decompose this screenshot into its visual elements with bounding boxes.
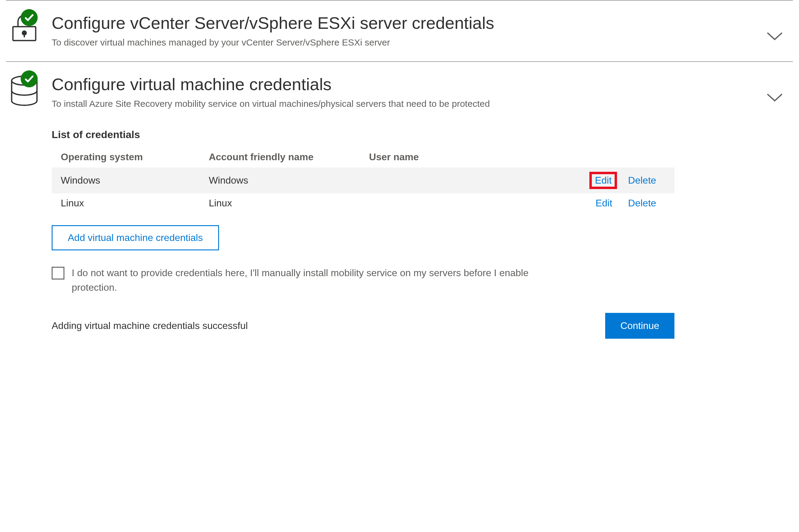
database-icon bbox=[6, 74, 42, 108]
cell-account: Linux bbox=[200, 193, 360, 213]
table-row: Linux Linux Edit Delete bbox=[52, 193, 674, 213]
col-os: Operating system bbox=[52, 147, 200, 168]
section-title: Configure vCenter Server/vSphere ESXi se… bbox=[52, 13, 757, 33]
cell-user bbox=[360, 193, 551, 213]
delete-link[interactable]: Delete bbox=[628, 197, 656, 208]
col-account: Account friendly name bbox=[200, 147, 360, 168]
edit-link[interactable]: Edit bbox=[595, 175, 612, 186]
edit-highlight: Edit bbox=[589, 172, 617, 189]
opt-out-checkbox[interactable] bbox=[52, 267, 65, 280]
credentials-list-title: List of credentials bbox=[52, 129, 769, 140]
section-vcenter-credentials: Configure vCenter Server/vSphere ESXi se… bbox=[6, 0, 793, 61]
status-message: Adding virtual machine credentials succe… bbox=[52, 320, 248, 331]
section-subtitle: To discover virtual machines managed by … bbox=[52, 36, 757, 49]
section-vm-credentials: Configure virtual machine credentials To… bbox=[6, 61, 793, 351]
check-badge-icon bbox=[21, 71, 38, 88]
cell-user bbox=[360, 168, 551, 193]
svg-point-1 bbox=[22, 31, 26, 35]
add-vm-credentials-button[interactable]: Add virtual machine credentials bbox=[52, 225, 219, 250]
edit-link[interactable]: Edit bbox=[596, 197, 612, 208]
credentials-table: Operating system Account friendly name U… bbox=[52, 147, 674, 213]
col-user: User name bbox=[360, 147, 551, 168]
opt-out-label: I do not want to provide credentials her… bbox=[72, 266, 558, 295]
section-subtitle: To install Azure Site Recovery mobility … bbox=[52, 97, 757, 111]
table-row: Windows Windows Edit Delete bbox=[52, 168, 674, 193]
chevron-down-icon[interactable] bbox=[766, 92, 784, 103]
cell-account: Windows bbox=[200, 168, 360, 193]
delete-link[interactable]: Delete bbox=[628, 175, 656, 186]
section-title: Configure virtual machine credentials bbox=[52, 74, 757, 94]
continue-button[interactable]: Continue bbox=[605, 313, 674, 339]
check-badge-icon bbox=[21, 9, 38, 26]
lock-icon bbox=[6, 13, 42, 43]
chevron-down-icon[interactable] bbox=[766, 31, 784, 42]
cell-os: Windows bbox=[52, 168, 200, 193]
cell-os: Linux bbox=[52, 193, 200, 213]
